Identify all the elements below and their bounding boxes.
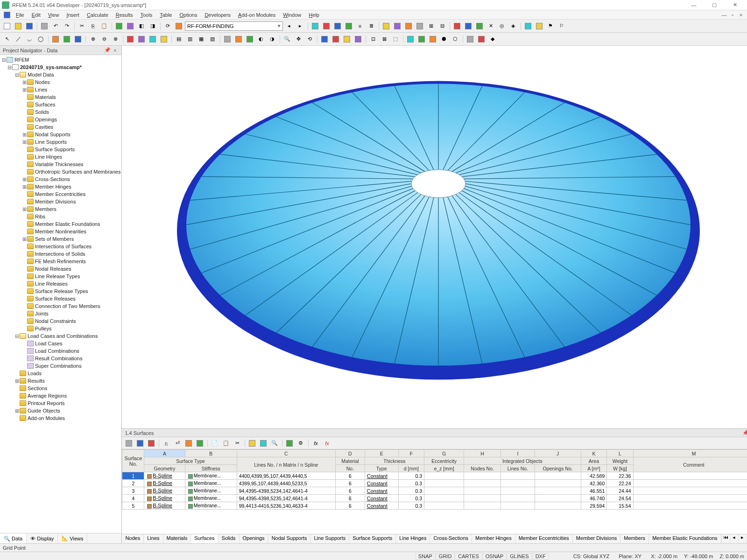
menu-calculate[interactable]: Calculate: [83, 11, 112, 19]
tool-icon[interactable]: ⎌: [161, 438, 171, 448]
tree-item[interactable]: ⊟RFEM: [1, 56, 120, 63]
tab-nav-icon[interactable]: ⏮: [721, 534, 730, 543]
tool-icon[interactable]: [321, 21, 331, 31]
tree-item[interactable]: Solids: [1, 108, 120, 116]
tree-item[interactable]: Average Regions: [1, 392, 120, 399]
tool-icon[interactable]: [403, 21, 414, 31]
tool-icon[interactable]: [319, 34, 330, 44]
tree-item[interactable]: Add-on Modules: [1, 414, 120, 422]
zoom-icon[interactable]: 🔍: [282, 34, 292, 44]
rotate-icon[interactable]: ⟲: [304, 34, 315, 44]
tool-icon[interactable]: ⊞: [426, 21, 436, 31]
tool-icon[interactable]: ⚐: [557, 21, 567, 31]
tree-item[interactable]: ⊞Nodes: [1, 78, 120, 86]
table-tab-nodes[interactable]: Nodes: [122, 534, 144, 543]
table-tab-nodal-supports[interactable]: Nodal Supports: [268, 534, 311, 543]
tool-icon[interactable]: ⏎: [172, 438, 183, 448]
tool-icon[interactable]: [310, 21, 320, 31]
status-toggle-dxf[interactable]: DXF: [532, 553, 549, 560]
table-tab-surface-supports[interactable]: Surface Supports: [349, 534, 396, 543]
menu-toggle-icon[interactable]: [2, 10, 12, 20]
tree-item[interactable]: Variable Thicknesses: [1, 161, 120, 168]
maximize-button[interactable]: ▢: [704, 0, 725, 10]
menu-add-on-modules[interactable]: Add-on Modules: [234, 11, 279, 19]
table-row[interactable]: 4B-SplineMembrane...94,4395-4398,5235,14…: [122, 495, 747, 502]
status-toggle-cartes[interactable]: CARTES: [455, 553, 482, 560]
tab-data[interactable]: 🔍 Data: [0, 533, 27, 543]
menu-table[interactable]: Table: [156, 11, 176, 19]
menu-view[interactable]: View: [44, 11, 63, 19]
tool-icon[interactable]: ⬡: [450, 34, 460, 44]
tree-item[interactable]: Result Combinations: [1, 355, 120, 362]
tool-icon[interactable]: [247, 438, 257, 448]
tool-icon[interactable]: ◆: [487, 34, 498, 44]
tab-views[interactable]: 📐 Views: [58, 533, 87, 543]
tree-item[interactable]: Line Releases: [1, 280, 120, 287]
menu-file[interactable]: File: [12, 11, 28, 19]
tool-icon[interactable]: ≡: [355, 21, 365, 31]
col-letter[interactable]: H: [464, 450, 500, 457]
col-letter[interactable]: F: [398, 450, 424, 457]
tree-item[interactable]: Printout Reports: [1, 399, 120, 407]
col-letter[interactable]: G: [424, 450, 464, 457]
expander-icon[interactable]: ⊞: [21, 87, 27, 93]
table-tab-member-hinges[interactable]: Member Hinges: [472, 534, 515, 543]
tool-icon[interactable]: ⊡: [368, 34, 378, 44]
tool-icon[interactable]: [534, 21, 544, 31]
tree-item[interactable]: ⊞Sets of Members: [1, 235, 120, 243]
col-letter[interactable]: M: [633, 450, 747, 457]
tool-icon[interactable]: ⊠: [379, 34, 389, 44]
expander-icon[interactable]: ⊟: [14, 333, 20, 339]
tree-item[interactable]: ⊞Nodal Supports: [1, 131, 120, 138]
table-row[interactable]: 1B-SplineMembrane...4400,4399,95,107,443…: [122, 472, 747, 480]
tool-icon[interactable]: ≣: [366, 21, 376, 31]
tool-icon[interactable]: [416, 34, 427, 44]
tree-item[interactable]: Line Hinges: [1, 153, 120, 161]
tree-item[interactable]: ⊟20240719_sys-smscamp*: [1, 63, 120, 71]
tab-nav-icon[interactable]: ◂: [730, 534, 738, 543]
close-button[interactable]: ✕: [725, 0, 745, 10]
table-tab-cross-sections[interactable]: Cross-Sections: [430, 534, 472, 543]
fx-clear-icon[interactable]: fx: [322, 438, 332, 448]
tree-item[interactable]: Super Combinations: [1, 362, 120, 370]
tool-icon[interactable]: [452, 21, 462, 31]
tree-item[interactable]: Intersections of Surfaces: [1, 243, 120, 250]
table-tab-openings[interactable]: Openings: [240, 534, 268, 543]
module-combo[interactable]: RF-FORM-FINDING ▾: [185, 21, 283, 31]
expander-icon[interactable]: ⊞: [21, 139, 27, 145]
tree-item[interactable]: Member Divisions: [1, 198, 120, 205]
tool-icon[interactable]: [342, 34, 352, 44]
tool-icon[interactable]: [465, 34, 475, 44]
tree-item[interactable]: Surface Releases: [1, 295, 120, 302]
tool-icon[interactable]: [125, 34, 135, 44]
menu-window[interactable]: Window: [279, 11, 305, 19]
tree-item[interactable]: FE Mesh Refinements: [1, 258, 120, 265]
tool-icon[interactable]: [332, 21, 343, 31]
table-tab-members[interactable]: Members: [620, 534, 649, 543]
tree-item[interactable]: ⊞Lines: [1, 86, 120, 93]
col-letter[interactable]: B: [185, 450, 237, 457]
expander-icon[interactable]: ⊞: [21, 79, 27, 85]
tool-icon[interactable]: [124, 438, 134, 448]
tree-item[interactable]: ⊟Model Data: [1, 71, 120, 78]
tool-icon[interactable]: [222, 34, 233, 44]
menu-options[interactable]: Options: [176, 11, 201, 19]
expander-icon[interactable]: ⊟: [1, 57, 7, 63]
tree-item[interactable]: Load Cases: [1, 340, 120, 347]
tool-icon[interactable]: [353, 34, 363, 44]
tree-item[interactable]: Orthotropic Surfaces and Membranes: [1, 168, 120, 175]
tree-item[interactable]: Surface Release Types: [1, 287, 120, 295]
refresh-icon[interactable]: ⟳: [162, 21, 173, 31]
col-letter[interactable]: D: [336, 450, 365, 457]
tool-icon[interactable]: [233, 34, 244, 44]
minimize-button[interactable]: —: [684, 0, 704, 10]
tool-icon[interactable]: [476, 34, 486, 44]
menu-edit[interactable]: Edit: [28, 11, 44, 19]
tool-icon[interactable]: [523, 21, 533, 31]
mdi-close-button[interactable]: ×: [737, 12, 745, 18]
tool-icon[interactable]: [50, 34, 61, 44]
print-icon[interactable]: [39, 21, 49, 31]
tree-item[interactable]: Joints: [1, 310, 120, 317]
fx-icon[interactable]: fx: [310, 438, 321, 448]
tool-icon[interactable]: [405, 34, 416, 44]
